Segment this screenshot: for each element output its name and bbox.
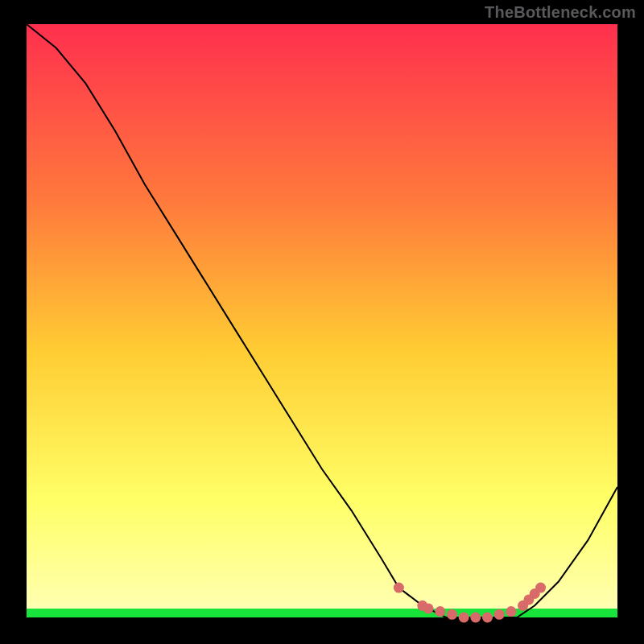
- chart-stage: TheBottleneck.com: [0, 0, 644, 644]
- optimal-dot: [423, 603, 434, 613]
- optimal-dot: [470, 613, 481, 623]
- optimal-dot: [394, 583, 404, 593]
- watermark-label: TheBottleneck.com: [485, 3, 636, 22]
- optimal-dot: [506, 606, 516, 617]
- optimal-dot: [459, 613, 469, 623]
- optimal-dot: [494, 609, 505, 620]
- optimal-dot: [535, 583, 546, 593]
- optimal-dot: [435, 606, 445, 617]
- bottleneck-chart: [0, 0, 644, 644]
- plot-area: [27, 24, 617, 617]
- optimal-dot: [447, 609, 457, 620]
- optimal-dot: [482, 613, 493, 623]
